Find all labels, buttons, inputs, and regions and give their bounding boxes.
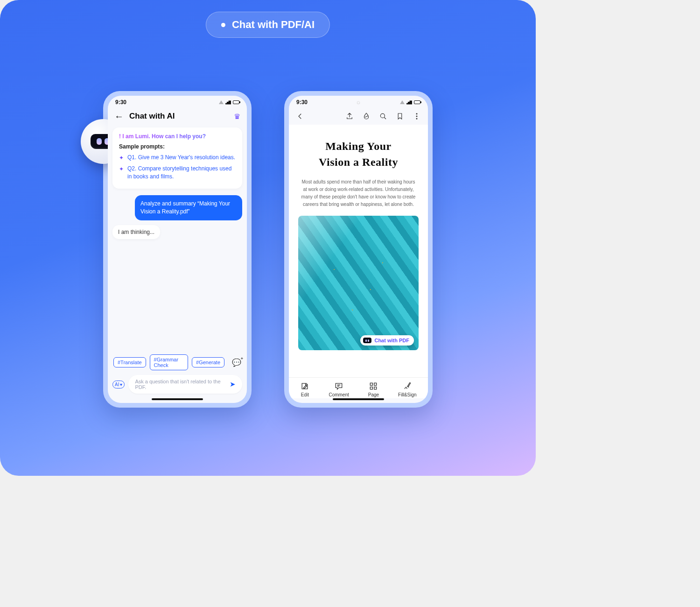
tab-label: Comment — [329, 392, 349, 397]
chat-input[interactable]: Ask a question that isn't related to the… — [128, 375, 242, 394]
lumi-mini-icon — [363, 338, 371, 343]
tab-label: Fill&Sign — [398, 392, 416, 397]
doc-title-line: Making Your — [298, 139, 419, 155]
phones-row: 9:30 ← Chat with AI ♛ ! I am Lumi. How c… — [103, 91, 433, 408]
chat-messages: ! I am Lumi. How can I help you? Sample … — [108, 126, 247, 351]
ai-toggle-label: AI — [115, 382, 119, 387]
ai-welcome-card: ! I am Lumi. How can I help you? Sample … — [112, 127, 242, 189]
status-time: 9:30 — [296, 99, 308, 106]
sparkle-icon: ✦ — [119, 165, 124, 181]
sample-prompt[interactable]: ✦ Q2. Compare storytelling techniques us… — [119, 165, 236, 181]
prompt-text: Q2. Compare storytelling techniques used… — [127, 165, 236, 181]
chevron-down-icon: ▾ — [120, 382, 122, 387]
suggestion-chips: #Translate #Grammar Check #Generate 💬 — [108, 351, 247, 372]
tab-label: Edit — [301, 392, 309, 397]
chip-generate[interactable]: #Generate — [192, 357, 224, 367]
ai-greeting: ! I am Lumi. How can I help you? — [119, 133, 236, 140]
brightness-icon: ☼ — [356, 99, 361, 106]
battery-icon — [414, 100, 420, 104]
badge-label: Chat with PDF/AI — [232, 19, 315, 31]
bookmark-icon[interactable] — [395, 112, 405, 121]
ink-drop-icon[interactable] — [362, 112, 371, 121]
home-indicator — [333, 398, 384, 400]
svg-point-0 — [380, 113, 385, 118]
float-label: Chat with PDF — [374, 338, 409, 343]
chat-screen: 9:30 ← Chat with AI ♛ ! I am Lumi. How c… — [108, 96, 247, 403]
chat-input-row: AI ▾ Ask a question that isn't related t… — [108, 372, 247, 398]
pdf-document[interactable]: Making Your Vision a Reality Most adults… — [289, 125, 428, 377]
pdf-toolbar — [289, 109, 428, 125]
pdf-screen: 9:30 ☼ — [289, 96, 428, 403]
feature-badge: Chat with PDF/AI — [206, 12, 330, 38]
prompt-text: Q1. Give me 3 New Year's resolution idea… — [127, 154, 235, 162]
tab-label: Page — [368, 392, 379, 397]
ai-thinking: I am thinking... — [112, 225, 160, 239]
wifi-icon — [219, 100, 224, 104]
status-icons — [400, 100, 420, 105]
more-vertical-icon[interactable] — [412, 112, 421, 121]
search-icon[interactable] — [378, 112, 388, 121]
pdf-bottom-tabs: Edit Comment Page Fill&Sign — [289, 377, 428, 398]
phone-pdf: 9:30 ☼ — [284, 91, 433, 408]
doc-paragraph: Most adults spend more than half of thei… — [298, 178, 419, 208]
sample-prompts-title: Sample prompts: — [119, 143, 236, 150]
svg-rect-5 — [374, 383, 377, 385]
chat-title: Chat with AI — [129, 112, 228, 121]
battery-icon — [233, 100, 239, 104]
badge-dot-icon — [221, 23, 225, 27]
tab-fillsign[interactable]: Fill&Sign — [398, 381, 416, 397]
svg-rect-6 — [371, 387, 373, 389]
status-bar: 9:30 ☼ — [289, 96, 428, 109]
ai-mode-toggle[interactable]: AI ▾ — [112, 381, 125, 388]
tab-page[interactable]: Page — [368, 381, 379, 397]
sparkle-icon: ✦ — [119, 154, 124, 162]
doc-title-line: Vision a Reality — [298, 155, 419, 170]
status-icons — [219, 100, 239, 105]
svg-point-1 — [416, 113, 417, 114]
chip-grammar[interactable]: #Grammar Check — [150, 354, 188, 370]
sample-prompt[interactable]: ✦ Q1. Give me 3 New Year's resolution id… — [119, 154, 236, 162]
send-icon[interactable]: ➤ — [230, 380, 236, 388]
crown-icon[interactable]: ♛ — [234, 112, 240, 121]
tab-edit[interactable]: Edit — [300, 381, 309, 397]
status-bar: 9:30 — [108, 96, 247, 109]
wifi-icon — [400, 100, 405, 104]
chat-titlebar: ← Chat with AI ♛ — [108, 109, 247, 126]
back-arrow-icon[interactable]: ← — [114, 112, 124, 121]
share-icon[interactable] — [345, 112, 354, 121]
home-indicator — [152, 398, 203, 400]
chat-input-placeholder: Ask a question that isn't related to the… — [135, 379, 230, 390]
signal-icon — [225, 100, 231, 105]
chat-with-pdf-button[interactable]: Chat with PDF — [360, 335, 414, 346]
back-arrow-icon[interactable] — [295, 112, 305, 121]
doc-title: Making Your Vision a Reality — [298, 139, 419, 170]
user-message: Analyze and summary “Making Your Vision … — [135, 195, 242, 220]
svg-point-2 — [416, 116, 417, 117]
chip-translate[interactable]: #Translate — [113, 357, 146, 367]
doc-image: Chat with PDF — [298, 216, 419, 350]
signal-icon — [406, 100, 412, 105]
stage: Chat with PDF/AI 9:30 ← — [0, 0, 536, 476]
tab-comment[interactable]: Comment — [329, 381, 349, 397]
svg-point-3 — [416, 118, 417, 119]
svg-rect-7 — [374, 387, 377, 389]
phone-chat: 9:30 ← Chat with AI ♛ ! I am Lumi. How c… — [103, 91, 252, 408]
status-time: 9:30 — [115, 99, 126, 106]
new-chat-icon[interactable]: 💬 — [232, 358, 241, 367]
svg-rect-4 — [371, 383, 373, 385]
